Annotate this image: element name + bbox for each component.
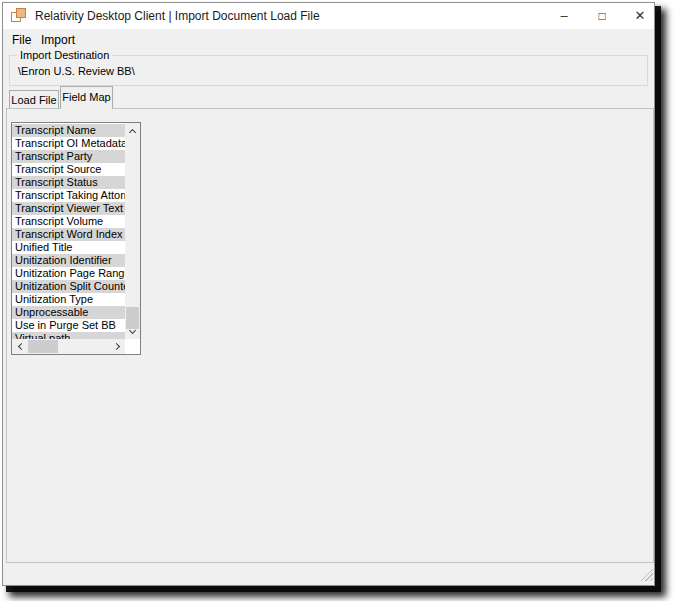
list-item[interactable]: Unitization Page Range bbox=[12, 267, 125, 280]
scroll-down-icon[interactable] bbox=[125, 324, 140, 339]
list-item[interactable]: Unprocessable bbox=[12, 306, 125, 319]
window-title: Relativity Desktop Client | Import Docum… bbox=[35, 3, 320, 29]
scroll-up-icon[interactable] bbox=[125, 123, 140, 138]
tab-field-map[interactable]: Field Map bbox=[60, 86, 113, 109]
list-item[interactable]: Use in Purge Set BB bbox=[12, 319, 125, 332]
list-item[interactable]: Transcript Viewer Text bbox=[12, 202, 125, 215]
list-item[interactable]: Transcript Taking Attorn bbox=[12, 189, 125, 202]
list-item[interactable]: Unitization Split Counter bbox=[12, 280, 125, 293]
workspace-fields-hscrollbar[interactable] bbox=[12, 339, 125, 354]
relativity-app-icon bbox=[11, 8, 27, 24]
import-destination-label: Import Destination bbox=[17, 48, 112, 62]
list-item[interactable]: Transcript Volume bbox=[12, 215, 125, 228]
scroll-left-icon[interactable] bbox=[12, 339, 27, 354]
list-item[interactable]: Transcript Party bbox=[12, 150, 125, 163]
import-destination-group: Import Destination \Enron U.S. Review BB… bbox=[9, 55, 648, 86]
list-item[interactable]: Transcript OI Metadata bbox=[12, 137, 125, 150]
minimize-button[interactable]: – bbox=[549, 3, 579, 29]
app-window: Relativity Desktop Client | Import Docum… bbox=[2, 2, 655, 586]
list-item[interactable]: Unitization Type bbox=[12, 293, 125, 306]
workspace-fields-list[interactable]: Transcript NameTranscript OI MetadataTra… bbox=[11, 122, 141, 355]
list-item[interactable]: Unified Title bbox=[12, 241, 125, 254]
list-item[interactable]: Transcript Word Index bbox=[12, 228, 125, 241]
list-item[interactable]: Unitization Identifier bbox=[12, 254, 125, 267]
list-item[interactable]: Transcript Source bbox=[12, 163, 125, 176]
hscroll-thumb[interactable] bbox=[28, 340, 58, 353]
scroll-right-icon[interactable] bbox=[110, 339, 125, 354]
workspace-fields-vscrollbar[interactable] bbox=[125, 123, 140, 339]
import-destination-value: \Enron U.S. Review BB\ bbox=[18, 65, 135, 77]
list-item[interactable]: Transcript Name bbox=[12, 124, 125, 137]
tab-load-file[interactable]: Load File bbox=[9, 90, 59, 108]
maximize-button[interactable]: □ bbox=[587, 3, 617, 29]
resize-grip[interactable] bbox=[639, 567, 653, 581]
close-button[interactable]: ✕ bbox=[625, 3, 655, 29]
list-item[interactable]: Transcript Status bbox=[12, 176, 125, 189]
title-bar: Relativity Desktop Client | Import Docum… bbox=[3, 3, 654, 29]
list-item[interactable]: Virtual path bbox=[12, 332, 125, 339]
